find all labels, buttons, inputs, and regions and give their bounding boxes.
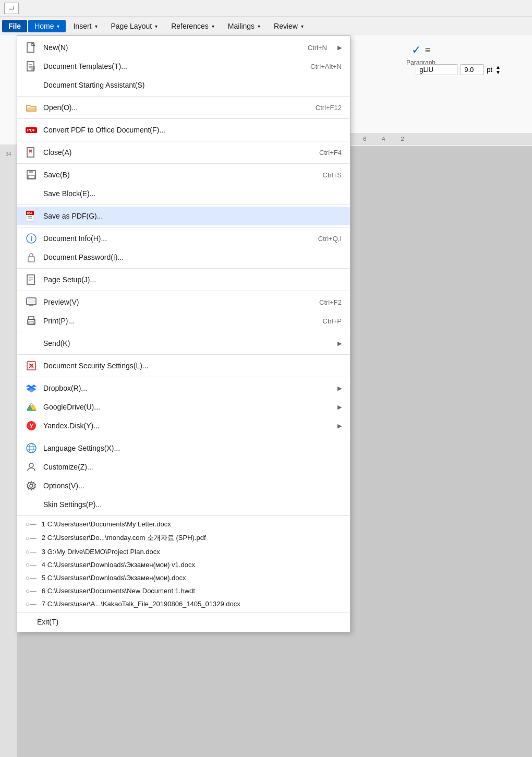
svg-point-45 [27, 443, 36, 453]
menu-item-options[interactable]: Options(V)... [17, 476, 350, 495]
menu-item-new[interactable]: New(N) Ctrl+N ▶ [17, 38, 350, 57]
menu-file[interactable]: File [2, 20, 27, 32]
menu-item-save-pdf[interactable]: PDF Save as PDF(G)... [17, 207, 350, 225]
recent-icon-5: ○— [26, 574, 37, 582]
recent-file-6[interactable]: ○— 6 C:\Users\user\Documents\New Documen… [17, 584, 350, 597]
recent-file-5-label: 5 C:\Users\user\Downloads\Экзамен(мои).d… [42, 574, 186, 582]
font-size-stepper[interactable]: ▲ ▼ [495, 65, 501, 75]
font-size-select[interactable]: 9.0 [461, 64, 483, 75]
menu-references[interactable]: References ▾ [165, 20, 221, 32]
recent-icon-7: ○— [26, 600, 37, 608]
googledrive-icon [26, 401, 37, 413]
recent-file-1-label: 1 C:\Users\user\Documents\My Letter.docx [42, 520, 171, 528]
googledrive-label: GoogleDrive(U)... [43, 403, 327, 411]
menu-page-layout[interactable]: Page Layout ▾ [105, 20, 164, 32]
divider-13 [17, 515, 350, 516]
svg-text:PDF: PDF [27, 212, 32, 215]
menu-item-skin-settings[interactable]: Skin Settings(P)... [17, 495, 350, 514]
language-label: Language Settings(X)... [43, 444, 342, 452]
doc-security-label: Document Security Settings(L)... [43, 362, 342, 370]
yandex-icon: Y [26, 420, 37, 431]
svg-rect-6 [31, 66, 35, 70]
doc-info-icon: i [26, 233, 37, 244]
document-starting-icon [26, 79, 37, 91]
left-sidebar: 34 [0, 145, 17, 757]
print-shortcut: Ctrl+P [323, 317, 342, 325]
googledrive-arrow: ▶ [337, 404, 342, 411]
menu-item-language[interactable]: Language Settings(X)... [17, 439, 350, 458]
paragraph-section: ✓ ≡ Paragraph [406, 43, 436, 66]
menu-item-preview[interactable]: Preview(V) Ctrl+F2 [17, 293, 350, 311]
print-icon [26, 315, 37, 327]
menu-item-save[interactable]: Save(B) Ctrl+S [17, 165, 350, 184]
divider-1 [17, 96, 350, 97]
customize-icon [26, 461, 37, 473]
convert-pdf-label: Convert PDF to Office Document(F)... [43, 126, 342, 134]
recent-icon-1: ○— [26, 520, 37, 528]
recent-file-2[interactable]: ○— 2 C:\Users\user\Do...\monday.com 소개자료… [17, 531, 350, 545]
menu-item-open[interactable]: Open(O)... Ctrl+F12 [17, 98, 350, 117]
menu-item-send[interactable]: Send(K) ▶ [17, 334, 350, 353]
font-name-select[interactable]: gLiU [416, 64, 457, 75]
dropbox-icon [26, 382, 37, 394]
exit-label: Exit(T) [37, 618, 58, 626]
recent-icon-3: ○— [26, 548, 37, 556]
menu-item-convert-pdf[interactable]: PDF Convert PDF to Office Document(F)... [17, 121, 350, 139]
divider-3 [17, 141, 350, 141]
save-pdf-icon: PDF [26, 210, 37, 222]
ruler-mark-6: 6 [363, 136, 366, 142]
menu-review[interactable]: Review ▾ [268, 20, 310, 32]
save-icon [26, 169, 37, 181]
recent-file-7[interactable]: ○— 7 C:\Users\user\A...\KakaoTalk_File_2… [17, 597, 350, 610]
new-arrow: ▶ [337, 44, 342, 51]
menu-item-page-setup[interactable]: Page Setup(J)... [17, 270, 350, 289]
open-folder-icon [26, 102, 37, 113]
menu-item-customize[interactable]: Customize(Z)... [17, 458, 350, 476]
divider-12 [17, 437, 350, 437]
menu-home[interactable]: Home ▾ [28, 20, 66, 32]
menu-item-document-starting[interactable]: Document Starting Assistant(S) [17, 76, 350, 94]
menu-item-doc-security[interactable]: Document Security Settings(L)... [17, 356, 350, 375]
new-shortcut: Ctrl+N [308, 44, 327, 52]
svg-rect-26 [28, 299, 35, 304]
menu-item-exit[interactable]: Exit(T) [17, 614, 350, 630]
menu-item-close[interactable]: Close(A) Ctrl+F4 [17, 143, 350, 162]
svg-rect-27 [29, 305, 33, 306]
svg-rect-21 [27, 275, 34, 284]
menu-item-document-templates[interactable]: Document Templates(T)... Ctrl+Alt+N [17, 57, 350, 76]
app-logo-button[interactable]: ≡/ [4, 3, 19, 14]
menu-item-googledrive[interactable]: GoogleDrive(U)... ▶ [17, 398, 350, 416]
svg-point-50 [30, 484, 33, 487]
svg-point-49 [29, 463, 33, 467]
recent-file-1[interactable]: ○— 1 C:\Users\user\Documents\My Letter.d… [17, 518, 350, 531]
menu-item-yandex[interactable]: Y Yandex.Disk(Y)... ▶ [17, 416, 350, 435]
document-templates-label: Document Templates(T)... [43, 62, 304, 70]
pdf-badge: PDF [26, 127, 37, 133]
menu-review-chevron: ▾ [301, 23, 304, 29]
recent-file-4[interactable]: ○— 4 C:\Users\user\Downloads\Экзамен(мои… [17, 558, 350, 571]
menu-mailings[interactable]: Mailings ▾ [222, 20, 267, 32]
menu-home-label: Home [34, 22, 54, 30]
recent-file-2-label: 2 C:\Users\user\Do...\monday.com 소개자료 (S… [42, 533, 206, 543]
doc-password-icon [26, 251, 37, 263]
menu-item-print[interactable]: Print(P)... Ctrl+P [17, 311, 350, 330]
menu-file-label: File [8, 22, 21, 30]
menu-item-save-block[interactable]: Save Block(E)... [17, 184, 350, 203]
divider-4 [17, 163, 350, 164]
document-starting-label: Document Starting Assistant(S) [43, 81, 342, 89]
dropbox-label: Dropbox(R)... [43, 384, 327, 392]
svg-text:i: i [31, 235, 32, 243]
preview-shortcut: Ctrl+F2 [319, 298, 342, 306]
recent-file-3[interactable]: ○— 3 G:\My Drive\DEMO\Project Plan.docx [17, 545, 350, 558]
logo-icon: ≡/ [8, 4, 14, 12]
ruler-mark-4: 4 [382, 136, 385, 142]
menu-insert-label: Insert [73, 22, 91, 30]
page-setup-icon [26, 274, 37, 285]
menu-item-dropbox[interactable]: Dropbox(R)... ▶ [17, 379, 350, 398]
menu-item-doc-password[interactable]: Document Password(I)... [17, 248, 350, 267]
menu-item-doc-info[interactable]: i Document Info(H)... Ctrl+Q,I [17, 229, 350, 248]
new-label: New(N) [43, 43, 301, 52]
menu-insert[interactable]: Insert ▾ [67, 20, 103, 32]
send-arrow: ▶ [337, 340, 342, 347]
recent-file-5[interactable]: ○— 5 C:\Users\user\Downloads\Экзамен(мои… [17, 571, 350, 584]
